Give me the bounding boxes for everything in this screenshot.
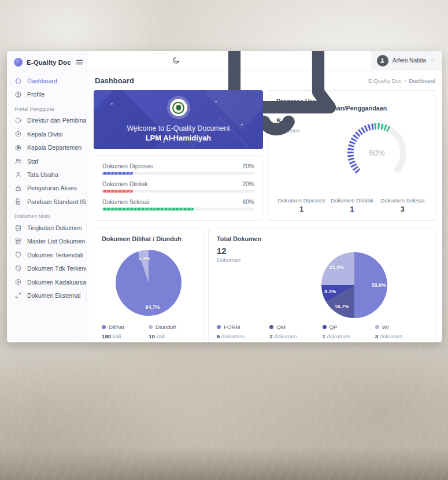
- views-pie-chart: 94.7%5.3%: [116, 250, 182, 316]
- breadcrumb: E-Quality Doc › Dashboard: [368, 78, 435, 84]
- welcome-banner: Welcome to E-Quality Document LPM Al-Ham…: [94, 90, 263, 149]
- file-text-icon: [14, 198, 22, 205]
- top-bar: 0 Arfeni Nabila: [87, 51, 442, 71]
- sidebar-item-dokumen-tdk-terkendali[interactable]: Dokumen Tdk Terkendali: [7, 262, 86, 275]
- breadcrumb-parent[interactable]: E-Quality Doc: [368, 78, 401, 84]
- page-title: Dashboard: [95, 76, 134, 85]
- document-progress-card: Dokumen Diproses20%Dokumen Ditolak20%Dok…: [94, 155, 263, 221]
- sidebar-section-portal-pengguna: Portal Pengguna: [7, 101, 86, 114]
- user-circle-icon: [14, 91, 22, 98]
- sidebar-item-tata-usaha[interactable]: Tata Usaha: [7, 168, 86, 181]
- legend-value: 1 dokumen: [323, 333, 375, 339]
- total-legend: FORM6 dokumenQM2 dokumenQP1 dokumenWI3 d…: [217, 324, 428, 339]
- progress-value: 20%: [242, 181, 254, 187]
- legend-item-form[interactable]: FORM6 dokumen: [217, 324, 269, 339]
- legend-label: Diunduh: [155, 324, 176, 330]
- gauge-percent-label: 60%: [369, 149, 384, 157]
- legend-item-qm[interactable]: QM2 dokumen: [269, 324, 322, 339]
- user-menu[interactable]: Arfeni Nabila: [371, 51, 442, 71]
- total-pie-chart: 50.0%16.7%8.3%25.0%: [321, 252, 387, 318]
- progress-value: 20%: [242, 163, 254, 169]
- sidebar-item-dokumen-kadaluarsa[interactable]: Dokumen Kadaluarsa: [7, 275, 86, 289]
- sidebar-item-dashboard[interactable]: Dashboard: [7, 74, 86, 87]
- user-name: Arfeni Nabila: [393, 57, 426, 64]
- gauge-stat-dokumen-ditolak: Dokumen Ditolak1: [327, 197, 377, 213]
- card-title: Dokumen Dilihat / Diunduh: [102, 235, 195, 242]
- total-count: 12: [217, 246, 280, 256]
- sidebar-item-label: Kepala Divisi: [27, 131, 62, 138]
- card-title: Total Dokumen: [217, 235, 428, 242]
- gauge-stat-dokumen-selesai: Dokumen Selesai3: [377, 197, 428, 213]
- app-window: E-Quality Doc DashboardProfilePortal Pen…: [7, 51, 442, 342]
- sidebar-item-label: Dokumen Tdk Terkendali: [27, 265, 87, 272]
- sidebar-item-label: Dashboard: [27, 77, 57, 84]
- sidebar-item-label: Dokumen Eksternal: [27, 292, 80, 299]
- external-icon: [14, 291, 22, 299]
- shield-off-icon: [14, 265, 22, 272]
- legend-label: FORM: [224, 324, 240, 330]
- dark-mode-toggle[interactable]: [172, 56, 180, 65]
- sidebar-item-panduan-standard-iso[interactable]: Panduan Standard ISO: [7, 195, 86, 208]
- lock-icon: [14, 184, 22, 192]
- sidebar-item-label: Dokumen Kadaluarsa: [27, 279, 86, 286]
- banner-dot: [111, 103, 113, 105]
- disc-filled-icon: [14, 144, 22, 152]
- stat-value: 1: [327, 205, 377, 213]
- banner-emblem-badge: [170, 99, 187, 116]
- app-title: E-Quality Doc: [27, 59, 71, 66]
- legend-dot-icon: [323, 325, 327, 329]
- sidebar-item-staf[interactable]: Staf: [7, 154, 86, 168]
- sidebar: E-Quality Doc DashboardProfilePortal Pen…: [7, 51, 87, 342]
- avatar-person-icon: [379, 57, 386, 64]
- legend-dot-icon: [102, 325, 106, 329]
- sidebar-item-master-list-dokumen[interactable]: Master List Dokumen: [7, 235, 86, 248]
- progress-item-dokumen-selesai: Dokumen Selesai60%: [102, 199, 254, 211]
- disc-icon: [14, 130, 22, 138]
- sidebar-item-label: Tingkatan Dokumen: [27, 224, 82, 231]
- legend-value: 6 dokumen: [217, 333, 269, 339]
- lpm-al-hamidiyah-seal-icon: [172, 102, 184, 114]
- main-column: 0 Arfeni Nabila Dashboard E-Quality Doc …: [87, 51, 442, 342]
- sidebar-item-direktur-dan-pembina[interactable]: Direktur dan Pembina: [7, 114, 86, 127]
- home-icon: [14, 77, 22, 84]
- users-icon: [14, 157, 22, 165]
- banner-org-name: LPM Al-Hamidiyah: [146, 134, 212, 142]
- legend-item-wi[interactable]: WI3 dokumen: [375, 324, 428, 339]
- stat-value: 3: [377, 205, 428, 213]
- legend-value: 2 dokumen: [269, 333, 322, 339]
- banner-dot: [215, 101, 217, 102]
- avatar: [377, 55, 388, 67]
- gauge-stats-row: Dokumen Diproses1Dokumen Ditolak1Dokumen…: [276, 197, 428, 215]
- moon-icon: [172, 56, 180, 65]
- total-documents-card: Total Dokumen 12 Dokumen 50.0%16.7%8.3%2…: [208, 228, 436, 342]
- total-count-unit: Dokumen: [217, 257, 280, 263]
- legend-label: Dilihat: [109, 324, 124, 330]
- chevron-down-icon: [430, 58, 435, 63]
- sidebar-item-label: Staf: [27, 158, 38, 165]
- stat-label: Dokumen Diproses: [276, 197, 327, 204]
- sidebar-item-kepala-departemen[interactable]: Kepala Departemen: [7, 141, 86, 154]
- circle-icon: [14, 117, 22, 124]
- legend-dot-icon: [269, 325, 273, 329]
- sidebar-item-label: Pengaturan Akses: [27, 184, 77, 191]
- sidebar-item-pengaturan-akses[interactable]: Pengaturan Akses: [7, 182, 86, 195]
- gauge-stat-dokumen-diproses: Dokumen Diproses1: [276, 197, 327, 213]
- shield-icon: [14, 251, 22, 259]
- sidebar-item-profile[interactable]: Profile: [7, 87, 86, 101]
- legend-item-diunduh[interactable]: Diunduh10 kali: [149, 324, 195, 339]
- legend-item-dilihat[interactable]: Dilihat180 kali: [102, 324, 149, 339]
- progress-label: Dokumen Ditolak: [102, 181, 147, 187]
- legend-item-qp[interactable]: QP1 dokumen: [323, 324, 375, 339]
- sidebar-item-dokumen-eksternal[interactable]: Dokumen Eksternal: [7, 289, 86, 302]
- sidebar-item-dokumen-terkendali[interactable]: Dokumen Terkendali: [7, 248, 86, 261]
- sidebar-item-tingkatan-dokumen[interactable]: Tingkatan Dokumen: [7, 221, 86, 234]
- banner-dot: [241, 124, 243, 125]
- sidebar-item-label: Panduan Standard ISO: [27, 198, 87, 205]
- sidebar-item-kepala-divisi[interactable]: Kepala Divisi: [7, 127, 86, 141]
- views-legend: Dilihat180 kaliDiunduh10 kali: [102, 324, 195, 339]
- disc-icon: [14, 278, 22, 286]
- menu-icon[interactable]: [75, 58, 84, 67]
- sidebar-nav: DashboardProfilePortal PenggunaDirektur …: [7, 74, 86, 302]
- views-downloads-card: Dokumen Dilihat / Diunduh 94.7%5.3% Dili…: [94, 228, 203, 342]
- legend-value: 10 kali: [149, 333, 195, 339]
